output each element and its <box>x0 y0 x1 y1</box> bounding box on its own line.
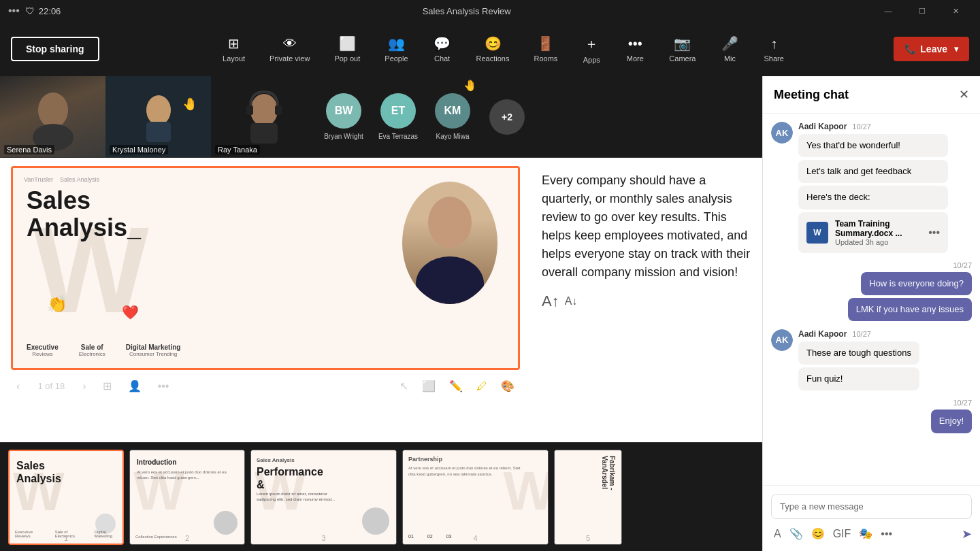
thumb2-body: At vero eos et accusam et justo duo dolo… <box>137 469 228 481</box>
file-meta: Updated 3h ago <box>835 238 921 246</box>
chat-input-field[interactable]: Type a new message <box>771 494 972 519</box>
toolbar-item-chat[interactable]: 💬 Chat <box>422 30 463 68</box>
mic-icon: 🎤 <box>721 35 738 52</box>
view-options-button[interactable]: ⊞ <box>97 375 117 397</box>
participant-tile-more[interactable]: +2 <box>480 76 534 157</box>
chat-send-button[interactable]: ➤ <box>962 527 972 541</box>
chat-sticker-button[interactable]: 🎭 <box>856 524 875 543</box>
thumb1-footer: Executive ReviewsSale of ElectronicsDigi… <box>15 530 122 538</box>
chat-header: Meeting chat ✕ <box>763 76 980 114</box>
chat-format-button[interactable]: A <box>771 525 784 543</box>
chat-message-self-1: 10/27 How is everyone doing? LMK if you … <box>771 261 972 321</box>
window-menu-dots[interactable]: ••• <box>8 5 20 17</box>
phone-icon: 📞 <box>904 44 916 54</box>
file-attachment[interactable]: W Team Training Summary.docx ... Updated… <box>798 212 948 253</box>
thumb4-number: 4 <box>473 534 477 542</box>
self-message-group-1: 10/27 How is everyone doing? LMK if you … <box>848 261 972 321</box>
self-bubble-1: How is everyone doing? <box>861 272 972 295</box>
pen-tool-button[interactable]: ✏️ <box>444 375 468 397</box>
thumbnail-2[interactable]: W Introduction At vero eos et accusam et… <box>129 450 245 545</box>
highlighter-tool-button[interactable]: 🖊 <box>471 375 493 397</box>
thumbnail-1[interactable]: W SalesAnalysis Executive ReviewsSale of… <box>8 450 124 545</box>
aadi-bubble-1: Yes that'd be wonderful! <box>798 134 948 157</box>
toolbar-item-share[interactable]: ↑ Share <box>753 31 794 68</box>
participant-tile-serena[interactable]: Serena Davis <box>0 76 105 157</box>
aadi-msg-time-1: 10/27 <box>852 122 871 131</box>
chat-gif-button[interactable]: GIF <box>830 525 854 543</box>
minimize-button[interactable]: — <box>872 0 904 22</box>
decrease-font-button[interactable]: A↓ <box>565 295 578 307</box>
close-button[interactable]: ✕ <box>941 0 972 22</box>
thumbnail-3-wrapper: W Sales Analysis Performance& Lorem ipsu… <box>250 450 397 545</box>
drawing-tools: ↖ ⬜ ✏️ 🖊 🎨 <box>394 375 520 397</box>
next-slide-button[interactable]: › <box>77 378 91 395</box>
window-title: Sales Analysis Review <box>423 6 511 16</box>
toolbar-item-more[interactable]: ••• More <box>615 31 655 68</box>
chat-close-button[interactable]: ✕ <box>959 87 969 102</box>
self-message-group-2: 10/27 Enjoy! <box>931 399 972 433</box>
people-icon: 👥 <box>388 35 405 52</box>
participant-tile-bryan[interactable]: BW Bryan Wright <box>316 76 371 157</box>
chat-messages: AK Aadi Kapoor 10/27 Yes that'd be wonde… <box>763 114 980 485</box>
chat-emoji-button[interactable]: 😊 <box>808 524 828 543</box>
slide-logo: VanTrusler Sales Analysis <box>24 176 99 183</box>
toolbar-item-pop-out[interactable]: ⬜ Pop out <box>323 30 371 68</box>
toolbar-item-mic[interactable]: 🎤 Mic <box>709 30 750 68</box>
rooms-icon: 🚪 <box>537 35 554 52</box>
toolbar-item-camera[interactable]: 📷 Camera <box>658 30 706 68</box>
thumb2-title: Introduction <box>137 458 176 466</box>
self-sender-line-2: 10/27 <box>953 399 972 407</box>
file-more-button[interactable]: ••• <box>928 227 940 239</box>
thumbnail-3[interactable]: W Sales Analysis Performance& Lorem ipsu… <box>250 450 397 545</box>
apps-label: Apps <box>583 56 600 64</box>
timer-display: 22:06 <box>39 6 61 16</box>
toolbar-item-rooms[interactable]: 🚪 Rooms <box>523 30 568 68</box>
toolbar-item-private-view[interactable]: 👁 Private view <box>259 31 321 68</box>
increase-font-button[interactable]: A↑ <box>542 293 559 310</box>
thumbnail-5[interactable]: Fabrikam -VanArsdel <box>554 450 622 545</box>
aadi-avatar: AK <box>771 122 793 144</box>
more-label: More <box>627 54 644 63</box>
eva-name: Eva Terrazas <box>378 133 418 140</box>
participant-tile-eva[interactable]: ET Eva Terrazas <box>371 76 425 157</box>
toolbar-item-apps[interactable]: ＋ Apps <box>571 29 612 69</box>
slide-preview[interactable]: VanTrusler Sales Analysis W SalesAnalysi… <box>11 166 520 370</box>
maximize-button[interactable]: ☐ <box>906 0 938 22</box>
meeting-timer: 🛡 22:06 <box>25 5 61 16</box>
chat-attach-button[interactable]: 📎 <box>787 524 806 543</box>
self-msg-time-2: 10/27 <box>953 399 972 407</box>
leave-button[interactable]: 📞 Leave ▾ <box>894 37 969 61</box>
toolbar-item-people[interactable]: 👥 People <box>374 30 419 68</box>
prev-slide-button[interactable]: ‹ <box>11 378 25 395</box>
layout-icon: ⊞ <box>228 35 240 52</box>
share-icon: ↑ <box>770 36 777 52</box>
eva-avatar: ET <box>380 93 416 129</box>
chat-more-button[interactable]: ••• <box>878 525 895 543</box>
aadi-bubble-5: Fun quiz! <box>798 367 919 390</box>
eraser-tool-button[interactable]: ⬜ <box>416 375 441 397</box>
apps-plus-icon: ＋ <box>585 35 598 53</box>
aadi-avatar-2: AK <box>771 329 793 351</box>
stop-sharing-button[interactable]: Stop sharing <box>11 37 99 61</box>
thumb4-header: Partnership <box>408 456 442 463</box>
aadi-message-group-2: Aadi Kapoor 10/27 These are tough questi… <box>798 329 919 390</box>
thumbnail-4[interactable]: W Partnership At vero eos et accusam et … <box>402 450 549 545</box>
participant-tile-ray[interactable]: Ray Tanaka <box>211 76 316 157</box>
toolbar-item-layout[interactable]: ⊞ Layout <box>212 30 256 68</box>
color-tool-button[interactable]: 🎨 <box>495 375 520 397</box>
meeting-toolbar: Stop sharing ⊞ Layout 👁 Private view ⬜ P… <box>0 22 980 76</box>
more-options-button[interactable]: ••• <box>152 376 175 397</box>
eye-icon: 👁 <box>283 36 297 52</box>
participant-tile-kayo[interactable]: KM 🤚 Kayo Miwa <box>425 76 480 157</box>
thumb4-body: At vero eos et accusam et justo duo dolo… <box>408 465 524 478</box>
thumbnail-2-inner: W Introduction At vero eos et accusam et… <box>130 450 244 544</box>
reactions-label: Reactions <box>476 54 510 63</box>
slide-title: SalesAnalysis_ <box>27 187 141 241</box>
svg-rect-6 <box>246 105 253 115</box>
presenter-view-button[interactable]: 👤 <box>122 375 147 397</box>
reactions-icon: 😊 <box>485 35 502 52</box>
toolbar-item-reactions[interactable]: 😊 Reactions <box>466 30 521 68</box>
participant-tile-krystal[interactable]: 🤚 Krystal Maloney <box>105 76 211 157</box>
pointer-tool-button[interactable]: ↖ <box>394 375 414 397</box>
thumbnail-3-inner: W Sales Analysis Performance& Lorem ipsu… <box>251 450 396 544</box>
